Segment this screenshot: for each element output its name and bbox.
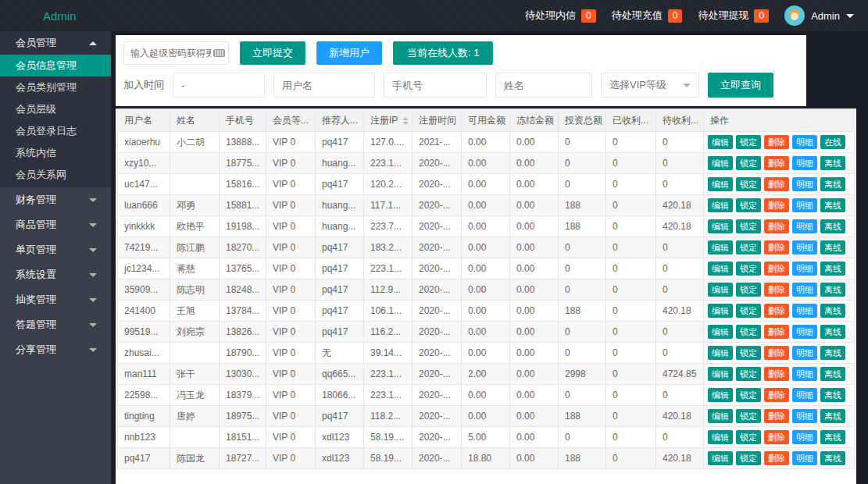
edit-button[interactable]: 编辑	[708, 198, 733, 212]
status-button[interactable]: 离线	[820, 156, 845, 170]
lock-button[interactable]: 锁定	[736, 177, 761, 191]
detail-button[interactable]: 明细	[792, 262, 817, 276]
edit-button[interactable]: 编辑	[708, 177, 733, 191]
sidebar-item-会员信息管理[interactable]: 会员信息管理	[0, 55, 111, 77]
edit-button[interactable]: 编辑	[708, 304, 733, 318]
delete-button[interactable]: 删除	[764, 346, 789, 360]
app-logo[interactable]: Admin	[0, 9, 111, 23]
edit-button[interactable]: 编辑	[708, 367, 733, 381]
detail-button[interactable]: 明细	[792, 451, 817, 465]
lock-button[interactable]: 锁定	[736, 240, 761, 254]
lock-button[interactable]: 锁定	[736, 283, 761, 297]
delete-button[interactable]: 删除	[764, 430, 789, 444]
delete-button[interactable]: 删除	[764, 451, 789, 465]
detail-button[interactable]: 明细	[792, 304, 817, 318]
sidebar-item-会员类别管理[interactable]: 会员类别管理	[0, 77, 111, 98]
edit-button[interactable]: 编辑	[708, 135, 733, 149]
edit-button[interactable]: 编辑	[708, 240, 733, 254]
status-button[interactable]: 离线	[820, 409, 845, 423]
join-time-input[interactable]	[173, 73, 265, 98]
detail-button[interactable]: 明细	[792, 240, 817, 254]
edit-button[interactable]: 编辑	[708, 451, 733, 465]
lock-button[interactable]: 锁定	[736, 409, 761, 423]
lock-button[interactable]: 锁定	[736, 451, 761, 465]
sidebar-item-会员关系网[interactable]: 会员关系网	[0, 164, 111, 186]
sidebar-group-系统设置[interactable]: 系统设置	[0, 262, 111, 287]
topbar-badge-item[interactable]: 待处理内信0	[525, 9, 596, 23]
status-button[interactable]: 离线	[820, 177, 845, 191]
status-button[interactable]: 离线	[820, 325, 845, 339]
sidebar-item-会员登录日志[interactable]: 会员登录日志	[0, 120, 111, 142]
sort-icon[interactable]	[402, 117, 409, 125]
lock-button[interactable]: 锁定	[736, 367, 761, 381]
sidebar-item-会员层级[interactable]: 会员层级	[0, 98, 111, 120]
sidebar-group-答题管理[interactable]: 答题管理	[0, 312, 111, 337]
add-user-button[interactable]: 新增用户	[316, 41, 382, 65]
edit-button[interactable]: 编辑	[708, 283, 733, 297]
detail-button[interactable]: 明细	[792, 156, 817, 170]
detail-button[interactable]: 明细	[792, 388, 817, 402]
edit-button[interactable]: 编辑	[708, 325, 733, 339]
delete-button[interactable]: 删除	[764, 198, 789, 212]
lock-button[interactable]: 锁定	[736, 430, 761, 444]
sidebar-group-商品管理[interactable]: 商品管理	[0, 212, 111, 237]
lock-button[interactable]: 锁定	[736, 198, 761, 212]
lock-button[interactable]: 锁定	[736, 262, 761, 276]
status-button[interactable]: 在线	[820, 135, 845, 149]
delete-button[interactable]: 删除	[764, 177, 789, 191]
status-button[interactable]: 离线	[820, 198, 845, 212]
status-button[interactable]: 离线	[820, 304, 845, 318]
delete-button[interactable]: 删除	[764, 219, 789, 233]
detail-button[interactable]: 明细	[792, 198, 817, 212]
delete-button[interactable]: 删除	[764, 240, 789, 254]
topbar-badge-item[interactable]: 待处理提现0	[698, 9, 769, 23]
detail-button[interactable]: 明细	[792, 325, 817, 339]
status-button[interactable]: 离线	[820, 219, 845, 233]
detail-button[interactable]: 明细	[792, 367, 817, 381]
sidebar-group-财务管理[interactable]: 财务管理	[0, 187, 111, 212]
edit-button[interactable]: 编辑	[708, 156, 733, 170]
sidebar-item-系统内信[interactable]: 系统内信	[0, 142, 111, 164]
detail-button[interactable]: 明细	[792, 430, 817, 444]
edit-button[interactable]: 编辑	[708, 409, 733, 423]
sidebar-group-会员管理[interactable]: 会员管理	[0, 31, 111, 55]
status-button[interactable]: 离线	[820, 346, 845, 360]
topbar-badge-item[interactable]: 待处理充值0	[612, 9, 683, 23]
delete-button[interactable]: 删除	[764, 304, 789, 318]
lock-button[interactable]: 锁定	[736, 135, 761, 149]
detail-button[interactable]: 明细	[792, 135, 817, 149]
edit-button[interactable]: 编辑	[708, 430, 733, 444]
status-button[interactable]: 离线	[820, 283, 845, 297]
user-menu[interactable]: Admin	[784, 5, 854, 26]
delete-button[interactable]: 删除	[764, 156, 789, 170]
detail-button[interactable]: 明细	[792, 409, 817, 423]
sidebar-group-分享管理[interactable]: 分享管理	[0, 337, 111, 362]
delete-button[interactable]: 删除	[764, 262, 789, 276]
edit-button[interactable]: 编辑	[708, 388, 733, 402]
delete-button[interactable]: 删除	[764, 409, 789, 423]
status-button[interactable]: 离线	[820, 451, 845, 465]
submit-password-button[interactable]: 立即提交	[240, 41, 305, 65]
name-input[interactable]	[495, 73, 592, 98]
status-button[interactable]: 离线	[820, 430, 845, 444]
username-input[interactable]	[273, 73, 375, 98]
delete-button[interactable]: 删除	[764, 325, 789, 339]
delete-button[interactable]: 删除	[764, 367, 789, 381]
sidebar-group-抽奖管理[interactable]: 抽奖管理	[0, 287, 111, 312]
delete-button[interactable]: 删除	[764, 135, 789, 149]
lock-button[interactable]: 锁定	[736, 325, 761, 339]
phone-input[interactable]	[384, 73, 487, 98]
delete-button[interactable]: 删除	[764, 388, 789, 402]
detail-button[interactable]: 明细	[792, 283, 817, 297]
status-button[interactable]: 离线	[820, 262, 845, 276]
detail-button[interactable]: 明细	[792, 177, 817, 191]
lock-button[interactable]: 锁定	[736, 304, 761, 318]
status-button[interactable]: 离线	[820, 240, 845, 254]
status-button[interactable]: 离线	[820, 388, 845, 402]
delete-button[interactable]: 删除	[764, 283, 789, 297]
lock-button[interactable]: 锁定	[736, 219, 761, 233]
query-button[interactable]: 立即查询	[708, 73, 773, 98]
edit-button[interactable]: 编辑	[708, 219, 733, 233]
sidebar-group-单页管理[interactable]: 单页管理	[0, 237, 111, 262]
detail-button[interactable]: 明细	[792, 219, 817, 233]
